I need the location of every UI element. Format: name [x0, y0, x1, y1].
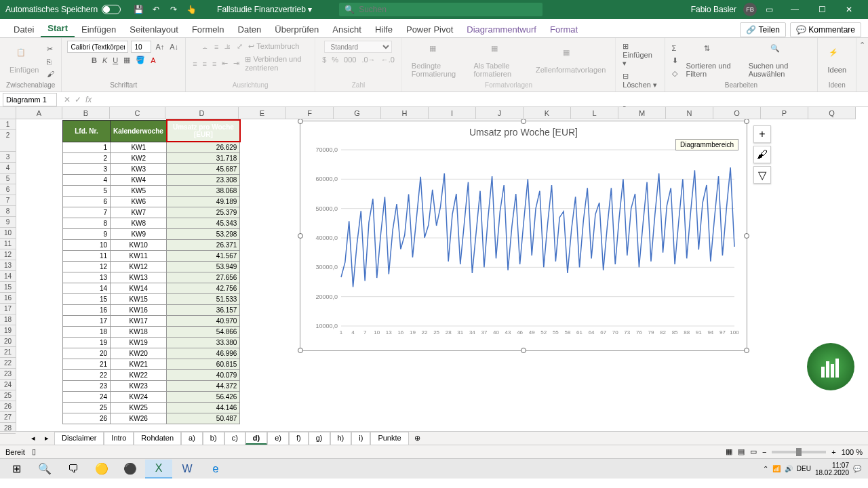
sheet-tab[interactable]: Disclaimer	[54, 432, 104, 445]
tab-format[interactable]: Format	[543, 22, 585, 37]
row-header[interactable]: 13	[0, 260, 16, 271]
table-row[interactable]: 22KW2240.079	[63, 369, 240, 380]
sheet-tab[interactable]: a)	[181, 432, 203, 445]
view-break-icon[interactable]: ▭	[750, 447, 757, 456]
avatar[interactable]: FB	[743, 3, 757, 16]
delete-cells-button[interactable]: ⊟ Löschen ▾	[621, 70, 658, 91]
table-row[interactable]: 2KW231.718	[63, 152, 240, 163]
table-row[interactable]: 5KW538.068	[63, 185, 240, 196]
row-header[interactable]: 6	[0, 184, 16, 195]
row-header[interactable]: 3	[0, 152, 16, 163]
table-row[interactable]: 11KW1141.567	[63, 250, 240, 261]
row-header[interactable]: 25	[0, 390, 16, 401]
fill-color-button[interactable]: 🪣	[134, 54, 146, 66]
row-header[interactable]: 7	[0, 195, 16, 206]
taskbar-obs-icon[interactable]: ⚫	[117, 460, 144, 479]
column-header[interactable]: H	[381, 107, 429, 119]
ideas-button[interactable]: ⚡Ideen	[823, 47, 850, 75]
bold-button[interactable]: B	[90, 55, 98, 66]
minimize-button[interactable]: —	[781, 0, 808, 19]
table-row[interactable]: 16KW1636.157	[63, 304, 240, 315]
table-row[interactable]: 21KW2160.815	[63, 359, 240, 369]
sort-filter-button[interactable]: ⇅Sortieren und Filtern	[682, 43, 742, 79]
zoom-slider[interactable]	[772, 451, 826, 453]
align-left-icon[interactable]: ≡	[191, 58, 198, 69]
row-header[interactable]: 8	[0, 206, 16, 217]
row-header[interactable]: 1	[0, 119, 16, 130]
increase-decimal-icon[interactable]: .0→	[360, 54, 376, 65]
search-input[interactable]	[359, 5, 537, 14]
align-right-icon[interactable]: ≡	[211, 58, 218, 69]
row-header[interactable]: 20	[0, 336, 16, 347]
row-header[interactable]: 10	[0, 228, 16, 239]
save-icon[interactable]: 💾	[133, 4, 144, 15]
table-row[interactable]: 17KW1740.970	[63, 315, 240, 326]
row-header[interactable]: 4	[0, 163, 16, 174]
align-center-icon[interactable]: ≡	[201, 58, 208, 69]
worksheet-grid[interactable]: 1234567891011121314151617181920212223242…	[0, 107, 868, 431]
column-header[interactable]: C	[110, 107, 165, 119]
table-row[interactable]: 24KW2456.426	[63, 391, 240, 402]
table-row[interactable]: 19KW1933.380	[63, 337, 240, 348]
share-button[interactable]: 🔗 Teilen	[740, 22, 785, 37]
chart-plot-area[interactable]: 10000,020000,030000,040000,050000,060000…	[307, 143, 741, 346]
formula-input[interactable]	[96, 93, 868, 106]
chart-object[interactable]: Umsatz pro Woche [EUR] 10000,020000,0300…	[300, 121, 747, 351]
table-row[interactable]: 1KW126.629	[63, 142, 240, 152]
touch-icon[interactable]: 👆	[186, 4, 197, 15]
tab-hilfe[interactable]: Hilfe	[368, 22, 399, 37]
clear-icon[interactable]: ◇	[671, 68, 679, 79]
column-header[interactable]: N	[666, 107, 713, 119]
percent-icon[interactable]: %	[330, 54, 340, 65]
table-row[interactable]: 10KW1026.371	[63, 239, 240, 250]
row-header[interactable]: 9	[0, 217, 16, 228]
tray-volume-icon[interactable]: 🔊	[785, 465, 793, 472]
column-header[interactable]: D	[165, 107, 239, 119]
format-painter-icon[interactable]: 🖌	[45, 68, 56, 79]
orientation-icon[interactable]: ⤢	[235, 41, 244, 52]
row-header[interactable]: 21	[0, 347, 16, 358]
tab-formeln[interactable]: Formeln	[185, 22, 231, 37]
font-size-input[interactable]	[131, 41, 151, 53]
align-middle-icon[interactable]: ≡	[213, 41, 220, 52]
format-as-table-button[interactable]: ▦Als Tabelle formatieren	[469, 43, 529, 79]
align-top-icon[interactable]: ⫠	[200, 41, 210, 52]
row-header[interactable]: 22	[0, 358, 16, 369]
ribbon-mode-icon[interactable]: ▭	[764, 4, 774, 15]
border-button[interactable]: ▦	[122, 54, 132, 66]
font-color-button[interactable]: A	[149, 55, 157, 66]
tab-daten[interactable]: Daten	[231, 22, 269, 37]
increase-indent-icon[interactable]: ⇥	[232, 58, 241, 69]
table-row[interactable]: 6KW649.189	[63, 196, 240, 207]
sheet-tab[interactable]: c)	[224, 432, 245, 445]
row-header[interactable]: 17	[0, 304, 16, 314]
insert-cells-button[interactable]: ⊞ Einfügen ▾	[621, 41, 658, 69]
align-bottom-icon[interactable]: ⫡	[222, 41, 233, 52]
autosave-toggle[interactable]: Automatisches Speichern	[0, 5, 126, 14]
filename[interactable]: Fallstudie Finanzvertrieb ▾	[203, 5, 326, 14]
table-row[interactable]: 4KW423.308	[63, 174, 240, 185]
table-row[interactable]: 3KW345.687	[63, 163, 240, 174]
conditional-format-button[interactable]: ▦Bedingte Formatierung	[408, 43, 467, 79]
sheet-nav-prev[interactable]: ◂	[27, 434, 39, 443]
table-row[interactable]: 18KW1854.866	[63, 326, 240, 337]
taskbar-app-1[interactable]: 🗨	[60, 460, 87, 479]
accept-formula-icon[interactable]: ✓	[75, 95, 81, 104]
username[interactable]: Fabio Basler	[691, 5, 736, 14]
column-header[interactable]: Q	[808, 107, 856, 119]
row-header[interactable]: 23	[0, 369, 16, 380]
comments-button[interactable]: 💬 Kommentare	[790, 22, 861, 37]
view-normal-icon[interactable]: ▦	[726, 447, 732, 456]
sheet-tab[interactable]: Intro	[104, 432, 134, 445]
row-header[interactable]: 14	[0, 271, 16, 282]
row-header[interactable]: 24	[0, 380, 16, 390]
undo-icon[interactable]: ↶	[151, 4, 161, 15]
cut-icon[interactable]: ✂	[45, 43, 56, 55]
table-row[interactable]: 25KW2544.146	[63, 402, 240, 413]
sheet-tab[interactable]: Punkte	[370, 432, 408, 445]
tab-einfuegen[interactable]: Einfügen	[75, 22, 123, 37]
name-box[interactable]	[3, 93, 57, 106]
row-header[interactable]: 26	[0, 401, 16, 412]
taskbar-excel-icon[interactable]: X	[145, 460, 172, 479]
currency-icon[interactable]: $	[321, 54, 328, 65]
